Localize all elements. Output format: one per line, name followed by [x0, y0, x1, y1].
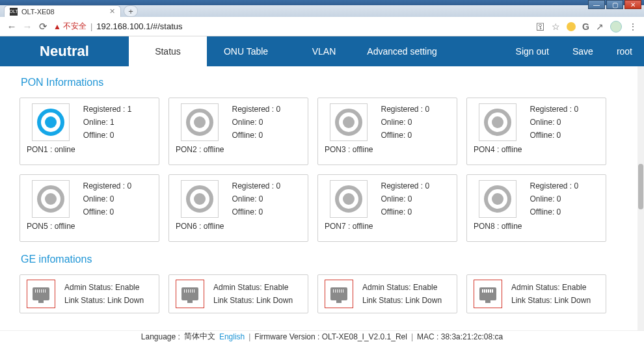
browser-tabstrip: OLT OLT-XE08 ✕ + — [0, 5, 644, 17]
footer-fw: Firmware Version : OLT-XE08_I_V2.0.1_Rel — [254, 332, 407, 341]
url-text: 192.168.100.1/#/status — [96, 21, 182, 31]
pon-label: PON7 : offline — [325, 222, 373, 231]
browser-right-icons: ⚿ ☆ G ↗ ⋮ — [536, 21, 640, 33]
nav-link-save[interactable]: Save — [561, 36, 605, 66]
nav-link-signout[interactable]: Sign out — [504, 36, 561, 66]
ge-section-title: GE infomations — [21, 254, 624, 265]
pon-status-icon — [32, 180, 70, 218]
nav-link-root[interactable]: root — [605, 36, 644, 66]
pon-online: Online: 0 — [232, 194, 280, 204]
pon-card[interactable]: PON7 : offlineRegistered : 0Online: 0Off… — [317, 174, 457, 242]
reload-button[interactable]: ⟳ — [35, 19, 51, 34]
graph-icon[interactable]: ↗ — [596, 21, 604, 32]
insecure-label: 不安全 — [63, 21, 87, 32]
nav-tab-onu-table[interactable]: ONU Table — [207, 36, 285, 66]
ge-link-status: Link Status: Link Down — [362, 296, 442, 305]
back-button[interactable]: ← — [4, 19, 20, 34]
brand-logo: Neutral — [0, 36, 129, 66]
app-navbar: Neutral Status ONU Table VLAN Advanced s… — [0, 36, 644, 66]
pon-status-icon — [479, 103, 517, 141]
ge-link-status: Link Status: Link Down — [511, 296, 591, 305]
url-field[interactable]: ▲ 不安全 | 192.168.100.1/#/status — [51, 20, 536, 34]
pon-label: PON8 : offline — [474, 222, 522, 231]
window-maximize-button[interactable]: ▢ — [606, 0, 623, 9]
ge-card[interactable]: Admin Status: EnableLink Status: Link Do… — [20, 274, 159, 313]
ethernet-port-icon — [27, 280, 55, 308]
ge-admin-status: Admin Status: Enable — [362, 283, 442, 292]
translate-icon[interactable]: G — [582, 21, 589, 32]
nav-tab-vlan[interactable]: VLAN — [285, 36, 363, 66]
pon-offline: Offline: 0 — [381, 131, 429, 140]
ge-card[interactable]: Admin Status: EnableLink Status: Link Do… — [168, 274, 308, 313]
footer-lang-en[interactable]: English — [219, 332, 245, 341]
emoji-icon[interactable] — [567, 22, 576, 31]
pon-registered: Registered : 0 — [232, 105, 280, 114]
pon-registered: Registered : 0 — [232, 181, 280, 191]
pon-offline: Offline: 0 — [83, 207, 131, 217]
star-icon[interactable]: ☆ — [552, 21, 560, 32]
pon-card[interactable]: PON1 : onlineRegistered : 1Online: 1Offl… — [20, 98, 159, 165]
pon-card[interactable]: PON8 : offlineRegistered : 0Online: 0Off… — [466, 174, 606, 242]
pon-card[interactable]: PON3 : offlineRegistered : 0Online: 0Off… — [317, 98, 457, 165]
pon-registered: Registered : 0 — [83, 181, 131, 191]
forward-button[interactable]: → — [20, 19, 35, 34]
ethernet-port-icon — [176, 280, 204, 308]
ge-admin-status: Admin Status: Enable — [213, 283, 293, 292]
footer-lang-zh[interactable]: 简体中文 — [184, 331, 215, 342]
tab-close-icon[interactable]: ✕ — [109, 7, 115, 16]
pon-offline: Offline: 0 — [381, 207, 429, 217]
pon-registered: Registered : 1 — [83, 105, 132, 114]
pon-registered: Registered : 0 — [381, 105, 429, 114]
content-scrollbar-thumb[interactable] — [638, 164, 643, 209]
ethernet-port-icon — [325, 280, 353, 308]
tab-title: OLT-XE08 — [21, 8, 55, 16]
content-scrollbar-track[interactable] — [637, 66, 644, 330]
more-menu-icon[interactable]: ⋮ — [628, 21, 636, 32]
pon-status-icon — [32, 103, 70, 141]
pon-status-icon — [330, 180, 368, 218]
pon-status-icon — [330, 103, 368, 141]
nav-tab-advanced[interactable]: Advanced setting — [363, 36, 441, 66]
pon-offline: Offline: 0 — [530, 207, 578, 217]
pon-offline: Offline: 0 — [232, 131, 280, 140]
pon-status-icon — [181, 180, 219, 218]
nav-tab-status[interactable]: Status — [129, 36, 207, 66]
pon-online: Online: 1 — [83, 118, 132, 127]
footer-sep1: | — [248, 332, 250, 341]
pon-label: PON3 : offline — [325, 145, 373, 154]
window-close-button[interactable]: ✕ — [624, 0, 641, 9]
warning-icon: ▲ — [53, 22, 61, 31]
pon-online: Online: 0 — [232, 118, 280, 127]
pon-label: PON1 : online — [27, 145, 75, 154]
ethernet-port-icon — [474, 280, 502, 308]
pon-registered: Registered : 0 — [530, 105, 578, 114]
ge-link-status: Link Status: Link Down — [213, 296, 293, 305]
pon-label: PON5 : offline — [27, 222, 75, 231]
pon-card[interactable]: PON4 : offlineRegistered : 0Online: 0Off… — [466, 98, 606, 165]
browser-address-bar: ← → ⟳ ▲ 不安全 | 192.168.100.1/#/status ⚿ ☆… — [0, 17, 644, 36]
pon-registered: Registered : 0 — [381, 181, 429, 191]
key-icon[interactable]: ⚿ — [536, 21, 545, 32]
pon-card[interactable]: PON2 : offlineRegistered : 0Online: 0Off… — [168, 98, 308, 165]
ge-card[interactable]: Admin Status: EnableLink Status: Link Do… — [317, 274, 457, 313]
footer-lang-label: Language : — [141, 332, 180, 341]
new-tab-button[interactable]: + — [124, 5, 138, 17]
window-titlebar: — ▢ ✕ — [0, 0, 644, 5]
pon-card[interactable]: PON5 : offlineRegistered : 0Online: 0Off… — [20, 174, 159, 242]
pon-label: PON2 : offline — [176, 145, 224, 154]
ge-admin-status: Admin Status: Enable — [511, 283, 591, 292]
pon-label: PON6 : offline — [176, 222, 224, 231]
browser-tab-active[interactable]: OLT OLT-XE08 ✕ — [4, 5, 121, 17]
pon-label: PON4 : offline — [474, 145, 522, 154]
footer-bar: Language : 简体中文 English | Firmware Versi… — [0, 330, 644, 342]
pon-card[interactable]: PON6 : offlineRegistered : 0Online: 0Off… — [168, 174, 308, 242]
ge-card[interactable]: Admin Status: EnableLink Status: Link Do… — [466, 274, 606, 313]
footer-mac: MAC : 38:3a:21:2c:08:ca — [417, 332, 503, 341]
profile-avatar-icon[interactable] — [610, 21, 622, 33]
pon-online: Online: 0 — [530, 194, 578, 204]
pon-online: Online: 0 — [381, 118, 429, 127]
window-minimize-button[interactable]: — — [588, 0, 605, 9]
pon-online: Online: 0 — [381, 194, 429, 204]
content-scroll[interactable]: PON Informations PON1 : onlineRegistered… — [0, 66, 644, 330]
tab-favicon-icon: OLT — [10, 8, 18, 16]
